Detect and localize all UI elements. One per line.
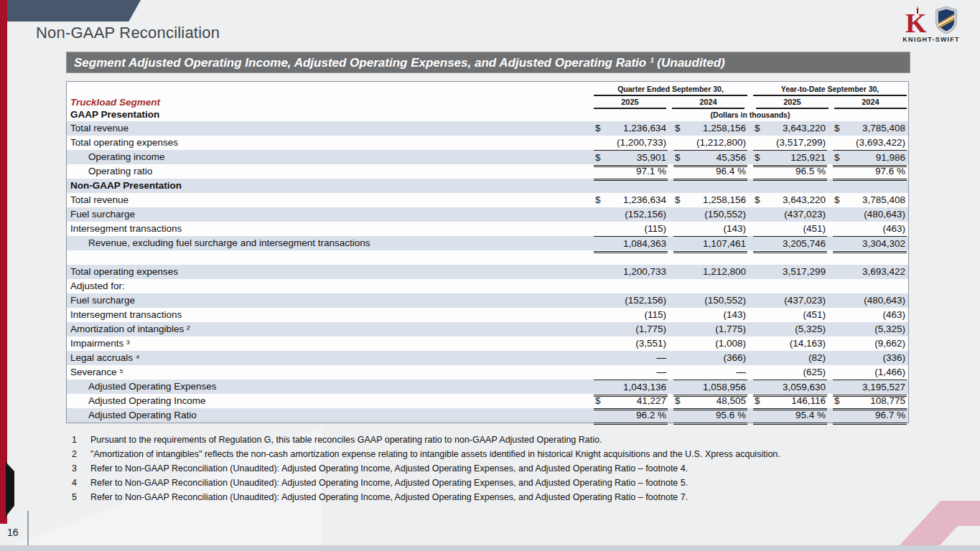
row-label: Adjusted Operating Expenses <box>67 380 594 394</box>
footnote-number: 3 <box>72 461 90 476</box>
value: (115) <box>644 222 666 236</box>
dollar-sign: $ <box>834 193 840 207</box>
value: 108,775 <box>870 394 905 408</box>
logo-wordmark: KNIGHT-SWIFT <box>892 36 970 43</box>
value: (82) <box>808 351 826 365</box>
bottom-bar <box>0 545 980 551</box>
table-header: Truckload Segment GAAP Presentation Quar… <box>67 84 908 121</box>
value: 91,986 <box>876 151 905 165</box>
value-cell: (451) <box>753 222 827 236</box>
dollar-sign: $ <box>834 394 840 408</box>
value: (152,156) <box>625 207 666 222</box>
value: 3,205,746 <box>783 237 826 251</box>
value: 1,200,733 <box>623 265 666 279</box>
table-row: Operating ratio 97.1 % 96.4 % 96.5 % 97.… <box>67 164 908 179</box>
value: 3,517,299 <box>783 265 826 279</box>
value: (150,552) <box>704 207 746 222</box>
row-label: Operating ratio <box>67 164 594 179</box>
reconciliation-table: Truckload Segment GAAP Presentation Quar… <box>66 81 909 423</box>
value: (366) <box>723 351 746 365</box>
value: (5,325) <box>795 322 826 336</box>
footnote: 2"Amortization of intangibles" reflects … <box>72 447 876 461</box>
value-cell: — <box>594 351 668 365</box>
row-label: Intersegment transactions <box>67 308 594 322</box>
value-cell: (82) <box>753 351 827 365</box>
value-cell <box>594 279 668 293</box>
value: 96.4 % <box>716 164 746 179</box>
dollar-sign: $ <box>755 193 760 207</box>
value: (1,212,800) <box>696 136 746 150</box>
value: 3,643,220 <box>783 193 826 207</box>
value-cell: (1,008) <box>673 336 747 351</box>
value: (451) <box>803 222 826 236</box>
dollar-sign: $ <box>675 121 681 136</box>
value-cell <box>753 250 827 265</box>
value-cell: (5,325) <box>833 322 907 336</box>
value: (1,200,733) <box>617 136 666 150</box>
year-header: 2024 <box>672 97 745 109</box>
value-cell: (152,156) <box>594 207 668 222</box>
row-label: Adjusted for: <box>67 279 594 293</box>
table-body: Total revenue $1,236,634 $1,258,156 $3,6… <box>67 121 908 423</box>
value: (463) <box>882 308 905 322</box>
value-cell: (463) <box>833 222 907 236</box>
column-group-ytd: Year-to-Date September 30, <box>753 84 907 96</box>
footnote-number: 1 <box>72 433 90 447</box>
value: 3,785,408 <box>862 121 905 136</box>
value-cell: $3,785,408 <box>833 193 907 207</box>
value: 1,058,956 <box>703 380 746 395</box>
value-cell: (480,643) <box>833 293 907 308</box>
footnote-text: Pursuant to the requirements of Regulati… <box>90 433 602 447</box>
value-cell: $1,236,634 <box>594 193 668 207</box>
row-label: Adjusted Operating Income <box>67 394 594 408</box>
knight-k-icon: K <box>905 6 930 34</box>
value: 35,901 <box>637 151 666 165</box>
value-cell: (1,212,800) <box>673 136 747 150</box>
table-row: Total revenue $1,236,634 $1,258,156 $3,6… <box>67 193 908 207</box>
footnote: 1Pursuant to the requirements of Regulat… <box>72 433 876 447</box>
row-label: Impairments ³ <box>67 336 594 351</box>
value: (9,662) <box>874 336 905 351</box>
table-row <box>67 250 908 265</box>
value: (14,163) <box>790 336 826 351</box>
segment-label: Truckload Segment <box>70 96 594 108</box>
value-cell: 95.4 % <box>753 408 827 425</box>
swift-shield-icon <box>934 6 958 34</box>
value: (480,643) <box>864 293 905 308</box>
row-label: Total revenue <box>67 193 594 207</box>
value-cell <box>833 250 907 265</box>
value: 1,043,136 <box>623 380 666 395</box>
value-cell <box>753 179 827 193</box>
value: (480,643) <box>864 207 905 222</box>
footnote: 4Refer to Non-GAAP Reconciliation (Unaud… <box>72 476 876 490</box>
table-row: Adjusted Operating Expenses 1,043,136 1,… <box>67 380 908 394</box>
footnote-text: Refer to Non-GAAP Reconciliation (Unaudi… <box>90 490 688 504</box>
row-label: Revenue, excluding fuel surcharge and in… <box>67 236 594 250</box>
value-cell: (366) <box>673 351 747 365</box>
row-label: Severance ⁵ <box>67 365 594 380</box>
table-row: Adjusted for: <box>67 279 908 293</box>
value: 95.4 % <box>795 408 826 423</box>
value-cell: $3,785,408 <box>833 121 907 136</box>
value: (1,008) <box>715 336 746 351</box>
value: 96.5 % <box>795 164 826 179</box>
value-cell: (143) <box>673 222 747 236</box>
row-label: Operating income <box>67 150 594 164</box>
value-cell: (437,023) <box>753 293 827 308</box>
svg-text:K: K <box>905 8 927 34</box>
value: 3,643,220 <box>783 121 826 136</box>
value-cell: 1,200,733 <box>594 265 668 279</box>
value-cell <box>594 179 668 193</box>
value: 1,258,156 <box>703 121 746 136</box>
value: — <box>657 365 667 380</box>
value: 96.2 % <box>636 408 666 423</box>
table-row: Total revenue $1,236,634 $1,258,156 $3,6… <box>67 121 908 136</box>
value-cell: (150,552) <box>673 207 747 222</box>
value-cell: (451) <box>753 308 827 322</box>
value: 3,304,302 <box>862 237 905 251</box>
value-cell: (14,163) <box>753 336 827 351</box>
value: 41,227 <box>637 394 666 408</box>
value-cell: 96.7 % <box>833 408 907 425</box>
table-row: Non-GAAP Presentation <box>67 179 908 193</box>
dollar-sign: $ <box>755 394 760 408</box>
